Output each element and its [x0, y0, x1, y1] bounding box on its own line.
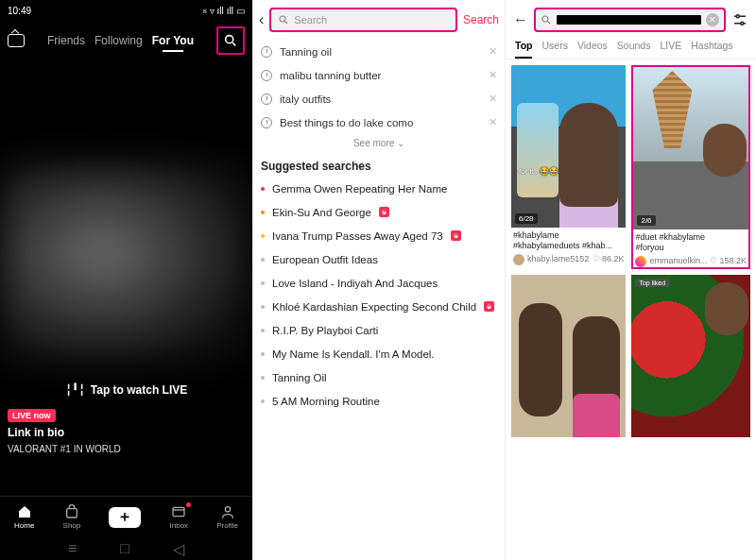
suggested-search-row[interactable]: Ekin-Su And George — [253, 200, 505, 224]
suggested-search-row[interactable]: R.I.P. By Playboi Carti — [253, 318, 505, 342]
avatar — [635, 256, 646, 267]
suggested-text: Khloé Kardashian Expecting Second Child — [272, 301, 476, 313]
search-header: ‹ Search Search — [253, 0, 505, 40]
search-input[interactable]: ✕ — [534, 8, 726, 32]
see-more-label: See more — [353, 138, 394, 148]
nav-shop[interactable]: Shop — [63, 504, 81, 530]
result-tab-live[interactable]: LIVE — [660, 40, 681, 59]
nav-profile[interactable]: Profile — [216, 504, 238, 530]
search-input[interactable]: Search — [269, 8, 457, 32]
suggested-search-row[interactable]: 5 AM Morning Routine — [253, 389, 505, 413]
svg-point-11 — [736, 15, 739, 18]
back-icon[interactable]: ‹ — [259, 11, 264, 28]
search-icon — [541, 14, 552, 25]
plus-icon: ＋ — [109, 507, 141, 528]
caption-title: Link in bio — [8, 426, 64, 439]
suggested-search-row[interactable]: Love Island - Indiyah And Jacques — [253, 271, 505, 295]
suggested-search-row[interactable]: Gemma Owen Repeating Her Name — [253, 177, 505, 200]
live-tv-icon[interactable] — [8, 34, 25, 47]
svg-point-5 — [280, 16, 285, 22]
tap-to-watch-live[interactable]: ╎╹╎ Tap to watch LIVE — [0, 383, 252, 397]
rank-dot — [261, 258, 265, 262]
search-icon — [278, 14, 289, 25]
search-button[interactable]: Search — [463, 13, 499, 26]
top-liked-badge: Top liked — [635, 279, 669, 287]
tab-for-you[interactable]: For You — [152, 34, 194, 47]
suggested-search-row[interactable]: Ivana Trump Passes Away Aged 73 — [253, 224, 505, 247]
svg-rect-2 — [67, 509, 77, 518]
signal-icon: ıll — [227, 6, 233, 16]
suggested-text: 5 AM Morning Routine — [272, 396, 380, 407]
hashtag-line: #duet #khabylame — [635, 232, 747, 243]
recent-search-row[interactable]: italy outfits✕ — [261, 87, 497, 110]
back-button-icon[interactable]: ◁ — [173, 540, 184, 558]
result-card[interactable]: for it...😂😂😂 6/28 #khabylame #khabylamed… — [511, 65, 626, 269]
remove-icon[interactable]: ✕ — [489, 69, 497, 81]
rank-dot — [261, 281, 265, 285]
suggested-title: Suggested searches — [253, 158, 505, 177]
nav-inbox[interactable]: Inbox — [170, 504, 189, 530]
tab-friends[interactable]: Friends — [47, 34, 85, 47]
rank-dot — [261, 305, 265, 309]
bottom-nav: Home Shop ＋ Inbox Profile — [0, 496, 252, 537]
rank-dot — [261, 211, 265, 214]
result-tab-users[interactable]: Users — [541, 40, 567, 59]
live-now-badge: LIVE now — [8, 409, 56, 422]
result-tab-videos[interactable]: Videos — [577, 40, 608, 59]
result-card[interactable] — [511, 275, 626, 437]
clock-icon — [261, 93, 272, 105]
nav-home-label: Home — [14, 521, 34, 530]
suggested-search-row[interactable]: European Outfit Ideas — [253, 247, 505, 271]
clear-icon[interactable]: ✕ — [706, 13, 719, 26]
see-more-button[interactable]: See more ⌄ — [253, 134, 505, 158]
suggested-list: Gemma Owen Repeating Her Name Ekin-Su An… — [253, 177, 505, 413]
result-tab-sounds[interactable]: Sounds — [617, 40, 651, 59]
search-placeholder: Search — [294, 14, 327, 25]
recent-apps-icon[interactable]: ≡ — [68, 540, 77, 557]
search-icon[interactable] — [216, 26, 245, 55]
nav-shop-label: Shop — [63, 521, 81, 530]
suggested-text: My Name Is Kendall. I'm A Model. — [272, 348, 435, 360]
rank-dot — [261, 376, 265, 380]
inbox-icon — [170, 504, 187, 519]
status-icons: ᴕ ▿ ıll ıll ▭ — [203, 5, 245, 16]
result-card[interactable]: 2/6 #duet #khabylame #foryou emmanuelkin… — [631, 65, 750, 269]
remove-icon[interactable]: ✕ — [489, 45, 497, 58]
tab-following[interactable]: Following — [94, 34, 143, 47]
rank-dot — [261, 329, 265, 332]
hashtag-line: #foryou — [635, 243, 747, 253]
inbox-notification-dot — [186, 502, 191, 507]
result-thumbnail: Top liked — [631, 275, 750, 437]
suggested-search-row[interactable]: My Name Is Kendall. I'm A Model. — [253, 342, 505, 365]
feed-panel: 10:49 ᴕ ▿ ıll ıll ▭ Friends Following Fo… — [0, 0, 252, 560]
recent-search-text: malibu tanning butter — [280, 70, 381, 81]
suggested-search-row[interactable]: Khloé Kardashian Expecting Second Child — [253, 295, 505, 318]
suggested-text: R.I.P. By Playboi Carti — [272, 325, 378, 336]
nav-create[interactable]: ＋ — [109, 507, 141, 528]
like-count: 158.2K — [719, 256, 747, 266]
svg-point-0 — [226, 36, 233, 43]
pager-badge: 6/28 — [515, 213, 538, 224]
result-thumbnail — [511, 275, 626, 437]
result-tab-hashtags[interactable]: Hashtags — [691, 40, 732, 59]
result-tab-top[interactable]: Top — [515, 40, 532, 59]
back-icon[interactable]: ← — [513, 11, 528, 28]
result-card[interactable]: Top liked — [631, 275, 750, 437]
feed-video[interactable]: ╎╹╎ Tap to watch LIVE LIVE now Link in b… — [0, 60, 252, 496]
filter-icon[interactable] — [731, 11, 748, 28]
nav-home[interactable]: Home — [14, 504, 34, 530]
remove-icon[interactable]: ✕ — [489, 116, 497, 128]
rank-dot — [261, 234, 265, 238]
recent-search-row[interactable]: malibu tanning butter✕ — [261, 63, 497, 87]
suggested-search-row[interactable]: Tanning Oil — [253, 365, 505, 389]
search-results-panel: ← ✕ TopUsersVideosSoundsLIVEHashtags for… — [505, 0, 756, 560]
fire-icon — [379, 207, 389, 217]
home-button-icon[interactable]: □ — [120, 540, 129, 557]
remove-icon[interactable]: ✕ — [489, 93, 497, 105]
clock-icon — [261, 70, 272, 81]
recent-search-text: Best things to do lake como — [280, 117, 413, 128]
result-tabs: TopUsersVideosSoundsLIVEHashtags — [506, 36, 756, 59]
recent-search-row[interactable]: Tanning oil✕ — [261, 40, 497, 63]
recent-search-row[interactable]: Best things to do lake como✕ — [261, 110, 497, 134]
rank-dot — [261, 399, 265, 403]
